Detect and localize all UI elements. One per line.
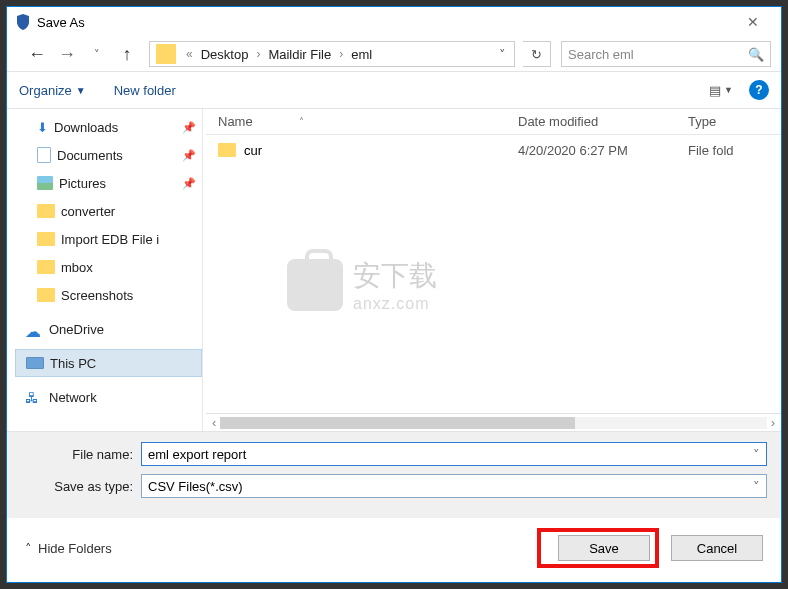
folder-icon <box>218 143 236 157</box>
hide-folders-button[interactable]: ˄ Hide Folders <box>25 541 112 556</box>
sort-asc-icon: ˄ <box>299 116 304 127</box>
folder-icon <box>156 44 176 64</box>
toolbar: Organize ▼ New folder ▤ ▼ ? <box>7 71 781 109</box>
recent-dropdown-icon[interactable]: ˅ <box>83 40 111 68</box>
chevron-down-icon[interactable]: ˅ <box>753 447 760 462</box>
chevron-right-icon: › <box>250 47 266 61</box>
crumb-eml[interactable]: eml <box>349 47 374 62</box>
form-area: File name: eml export report ˅ Save as t… <box>7 431 781 518</box>
app-shield-icon <box>15 14 31 30</box>
tree-network[interactable]: 🖧Network <box>15 383 202 411</box>
download-icon: ⬇ <box>37 120 48 135</box>
save-button[interactable]: Save <box>558 535 650 561</box>
file-date: 4/20/2020 6:27 PM <box>518 143 688 158</box>
column-headers: Name˄ Date modified Type <box>206 109 781 135</box>
nav-row: ← → ˅ ↑ « Desktop › Maildir File › eml ˅… <box>7 37 781 71</box>
cloud-icon: ☁ <box>25 322 43 336</box>
organize-button[interactable]: Organize ▼ <box>19 83 86 98</box>
titlebar: Save As ✕ <box>7 7 781 37</box>
tree-pictures[interactable]: Pictures📌 <box>15 169 202 197</box>
tree-this-pc[interactable]: This PC <box>15 349 202 377</box>
tree-mbox[interactable]: mbox <box>15 253 202 281</box>
col-type[interactable]: Type <box>688 114 781 129</box>
cancel-button[interactable]: Cancel <box>671 535 763 561</box>
crumb-maildir[interactable]: Maildir File <box>266 47 333 62</box>
folder-icon <box>37 204 55 218</box>
chevron-down-icon: ▼ <box>76 85 86 96</box>
up-button[interactable]: ↑ <box>113 40 141 68</box>
view-list-icon: ▤ <box>709 83 721 98</box>
help-icon[interactable]: ? <box>749 80 769 100</box>
folder-icon <box>37 260 55 274</box>
scroll-left-icon[interactable]: ‹ <box>212 415 216 430</box>
file-list: Name˄ Date modified Type cur 4/20/2020 6… <box>206 109 781 431</box>
file-row[interactable]: cur 4/20/2020 6:27 PM File fold <box>206 135 781 165</box>
network-icon: 🖧 <box>25 390 43 404</box>
forward-button: → <box>53 40 81 68</box>
col-name[interactable]: Name˄ <box>218 114 518 129</box>
folder-icon <box>37 232 55 246</box>
chevron-up-icon: ˄ <box>25 541 32 556</box>
saveastype-select[interactable]: CSV Files(*.csv) ˅ <box>141 474 767 498</box>
breadcrumb-prefix: « <box>180 47 199 61</box>
tree-converter[interactable]: converter <box>15 197 202 225</box>
col-date[interactable]: Date modified <box>518 114 688 129</box>
chevron-down-icon[interactable]: ˅ <box>753 479 760 494</box>
dialog-title: Save As <box>37 15 733 30</box>
main-area: ⬇Downloads📌 Documents📌 Pictures📌 convert… <box>7 109 781 431</box>
tree-import-edb[interactable]: Import EDB File i <box>15 225 202 253</box>
filename-input[interactable]: eml export report ˅ <box>141 442 767 466</box>
footer: ˄ Hide Folders Save Cancel <box>7 518 781 582</box>
pc-icon <box>26 357 44 369</box>
pin-icon: 📌 <box>182 121 196 134</box>
tree-onedrive[interactable]: ☁OneDrive <box>15 315 202 343</box>
search-icon: 🔍 <box>748 47 764 62</box>
h-scrollbar[interactable]: ‹ › <box>206 413 781 431</box>
search-placeholder: Search eml <box>568 47 634 62</box>
pin-icon: 📌 <box>182 149 196 162</box>
saveastype-label: Save as type: <box>37 479 133 494</box>
tree-screenshots[interactable]: Screenshots <box>15 281 202 309</box>
view-options-button[interactable]: ▤ ▼ <box>703 78 739 102</box>
file-name: cur <box>244 143 262 158</box>
nav-tree: ⬇Downloads📌 Documents📌 Pictures📌 convert… <box>7 109 202 431</box>
save-as-dialog: Save As ✕ ← → ˅ ↑ « Desktop › Maildir Fi… <box>6 6 782 583</box>
close-icon[interactable]: ✕ <box>733 14 773 30</box>
tree-documents[interactable]: Documents📌 <box>15 141 202 169</box>
refresh-button[interactable]: ↻ <box>523 41 551 67</box>
address-dropdown-icon[interactable]: ˅ <box>491 47 514 62</box>
scroll-right-icon[interactable]: › <box>771 415 775 430</box>
scrollbar-thumb[interactable] <box>220 417 575 429</box>
chevron-down-icon: ▼ <box>724 85 733 95</box>
highlight-rect: Save <box>537 528 659 568</box>
chevron-right-icon: › <box>333 47 349 61</box>
pictures-icon <box>37 176 53 190</box>
back-button[interactable]: ← <box>23 40 51 68</box>
crumb-desktop[interactable]: Desktop <box>199 47 251 62</box>
file-type: File fold <box>688 143 781 158</box>
address-bar[interactable]: « Desktop › Maildir File › eml ˅ <box>149 41 515 67</box>
folder-icon <box>37 288 55 302</box>
search-input[interactable]: Search eml 🔍 <box>561 41 771 67</box>
new-folder-button[interactable]: New folder <box>114 83 176 98</box>
filename-label: File name: <box>37 447 133 462</box>
document-icon <box>37 147 51 163</box>
pin-icon: 📌 <box>182 177 196 190</box>
tree-downloads[interactable]: ⬇Downloads📌 <box>15 113 202 141</box>
